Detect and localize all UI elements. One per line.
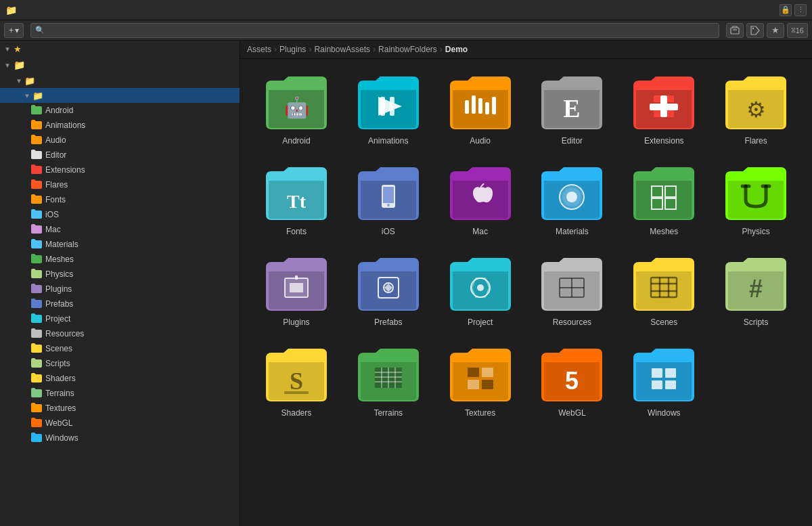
folder-item-resources[interactable]: Resources: [530, 254, 615, 331]
sidebar-item-terrains[interactable]: Terrains: [0, 386, 240, 401]
folder-item-plugins[interactable]: Plugins: [254, 254, 339, 331]
folder-item-textures[interactable]: Textures: [438, 345, 523, 422]
folder-item-animations[interactable]: Animations: [346, 72, 431, 150]
sidebar-item-mac[interactable]: Mac: [0, 222, 240, 237]
sidebar-item-demo[interactable]: ▼ 📁: [0, 88, 240, 103]
sidebar-item-textures[interactable]: Textures: [0, 401, 240, 416]
folder-item-android[interactable]: 🤖 Android: [254, 72, 339, 150]
menu-btn[interactable]: ⋮: [794, 4, 807, 16]
toolbar: + ▾ 🔍 ★ ⧖ 16: [0, 20, 812, 41]
svg-rect-85: [468, 380, 479, 389]
folder-item-physics[interactable]: Physics: [713, 163, 798, 240]
svg-rect-30: [465, 100, 469, 114]
folder-item-meshes[interactable]: Meshes: [621, 163, 706, 240]
breadcrumb-rainbowassets[interactable]: RainbowAssets: [314, 45, 370, 54]
sidebar-item-physics[interactable]: Physics: [0, 267, 240, 282]
favorites-header[interactable]: ▼ ★: [0, 41, 240, 57]
sidebar-item-editor[interactable]: Editor: [0, 148, 240, 162]
folder-item-editor[interactable]: E Editor: [530, 72, 615, 150]
folder-item-mac[interactable]: Mac: [438, 163, 523, 240]
sidebar-item-ios[interactable]: iOS: [0, 207, 240, 222]
folder-icon: 📁: [5, 5, 17, 16]
flares-label: Flares: [45, 180, 68, 190]
audio-folder-icon: [450, 76, 511, 131]
sidebar-item-windows[interactable]: Windows: [0, 431, 240, 445]
svg-rect-37: [650, 104, 678, 110]
star-icon-btn[interactable]: ★: [767, 23, 784, 38]
package-icon-btn[interactable]: [726, 23, 744, 38]
svg-rect-22: [33, 391, 40, 396]
sidebar-item-webgl[interactable]: WebGL: [0, 416, 240, 431]
android-label: Android: [45, 106, 73, 115]
sidebar-item-meshes[interactable]: Meshes: [0, 252, 240, 267]
sidebar-item-audio[interactable]: Audio: [0, 133, 240, 148]
filter-count[interactable]: ⧖ 16: [787, 23, 808, 38]
android-folder-icon: 🤖: [266, 76, 327, 131]
audio-label: Audio: [45, 135, 66, 145]
label-icon-btn[interactable]: [746, 23, 764, 38]
package-icon: [729, 25, 740, 36]
folder-item-scripts[interactable]: # Scripts: [713, 254, 798, 331]
assets-folder-icon: 📁: [14, 60, 25, 70]
ios-label: iOS: [45, 210, 59, 219]
folder-item-project[interactable]: Project: [438, 254, 523, 331]
sidebar-item-animations[interactable]: Animations: [0, 118, 240, 133]
svg-rect-12: [33, 242, 40, 247]
svg-rect-13: [33, 257, 40, 262]
breadcrumb-assets[interactable]: Assets: [247, 45, 271, 54]
sidebar-item-rainbowfolders[interactable]: ▼ 📁: [0, 73, 240, 88]
animations-label: Animations: [45, 120, 85, 130]
sidebar-item-resources[interactable]: Resources: [0, 326, 240, 341]
sidebar-item-prefabs[interactable]: Prefabs: [0, 297, 240, 311]
folder-item-shaders[interactable]: S Shaders: [254, 345, 339, 422]
search-bar[interactable]: 🔍: [30, 23, 719, 38]
sidebar-item-scripts[interactable]: Scripts: [0, 356, 240, 371]
breadcrumb-plugins[interactable]: Plugins: [279, 45, 306, 54]
assets-header[interactable]: ▼ 📁: [0, 57, 240, 73]
title-bar: 📁 🔒 ⋮: [0, 0, 812, 20]
folder-item-windows[interactable]: Windows: [621, 345, 706, 422]
folder-item-scenes[interactable]: Scenes: [621, 254, 706, 331]
folder-item-extensions[interactable]: Extensions: [621, 72, 706, 150]
breadcrumb-demo[interactable]: Demo: [445, 45, 468, 54]
sidebar-item-flares[interactable]: Flares: [0, 177, 240, 192]
sidebar-item-fonts[interactable]: Fonts: [0, 192, 240, 207]
sidebar-item-shaders[interactable]: Shaders: [0, 371, 240, 386]
plugins-folder-label: Plugins: [283, 317, 309, 327]
svg-rect-20: [33, 361, 40, 366]
favorites-arrow-icon: ▼: [4, 45, 11, 53]
scripts-folder-label: Scripts: [744, 317, 769, 327]
sidebar-item-project[interactable]: Project: [0, 311, 240, 326]
folder-item-webgl[interactable]: 5 WebGL: [530, 345, 615, 422]
lock-btn[interactable]: 🔒: [780, 4, 792, 16]
prefabs-label: Prefabs: [45, 299, 73, 309]
webgl-folder-icon: [31, 418, 42, 429]
sidebar-item-scenes[interactable]: Scenes: [0, 341, 240, 356]
folder-item-fonts[interactable]: Tt Fonts: [254, 163, 339, 240]
folder-item-flares[interactable]: ⚙ Flares: [713, 72, 798, 150]
breadcrumb-sep4: ›: [440, 45, 443, 54]
sidebar-item-plugins[interactable]: Plugins: [0, 282, 240, 297]
svg-point-50: [566, 192, 577, 202]
svg-rect-90: [652, 380, 662, 389]
folder-item-terrains[interactable]: Terrains: [346, 345, 431, 422]
folder-item-ios[interactable]: iOS: [346, 163, 431, 240]
resources-label: Resources: [45, 329, 84, 338]
ios-folder-icon: [358, 167, 419, 221]
sidebar-item-android[interactable]: Android: [0, 103, 240, 118]
breadcrumb-rainbowfolders[interactable]: RainbowFolders: [378, 45, 437, 54]
label-icon: [750, 25, 761, 36]
svg-rect-10: [33, 213, 40, 217]
add-button[interactable]: + ▾: [4, 23, 24, 38]
folder-item-prefabs[interactable]: Prefabs: [346, 254, 431, 331]
folder-item-materials[interactable]: Materials: [530, 163, 615, 240]
meshes-folder-label: Meshes: [650, 227, 678, 236]
svg-rect-8: [33, 183, 40, 188]
sidebar-item-extensions[interactable]: Extensions: [0, 162, 240, 177]
materials-folder-icon: [31, 239, 42, 250]
search-input[interactable]: [47, 26, 715, 35]
rainbowfolders-folder-icon: 📁: [24, 76, 35, 86]
folder-item-audio[interactable]: Audio: [438, 72, 523, 150]
mac-folder-icon: [450, 167, 511, 221]
sidebar-item-materials[interactable]: Materials: [0, 237, 240, 252]
